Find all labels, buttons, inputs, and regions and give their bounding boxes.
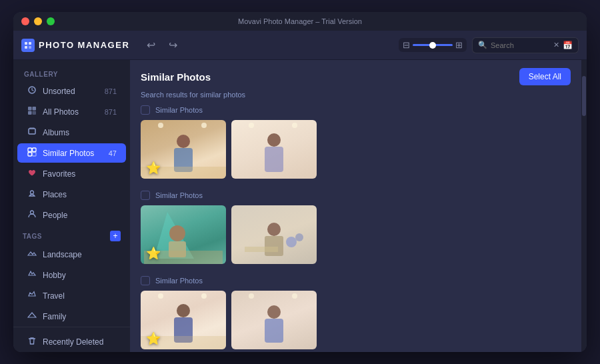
sidebar-item-unsorted[interactable]: Unsorted 871 xyxy=(17,81,126,101)
hobby-label: Hobby xyxy=(43,271,117,280)
all-photos-label: All Photos xyxy=(43,107,99,117)
unsorted-count: 871 xyxy=(105,87,117,95)
svg-rect-2 xyxy=(25,46,27,49)
svg-rect-10 xyxy=(28,148,32,152)
svg-rect-6 xyxy=(33,107,37,111)
maximize-button[interactable] xyxy=(47,17,55,25)
group-2-checkbox[interactable] xyxy=(141,191,150,200)
svg-point-18 xyxy=(201,123,207,128)
redo-button[interactable]: ↪ xyxy=(165,36,181,54)
tags-section-header: Tags + xyxy=(13,225,130,244)
photo-thumb-1[interactable]: ⭐ xyxy=(141,120,226,179)
zoom-out-icon: ⊟ xyxy=(403,40,410,50)
sidebar-item-landscape[interactable]: Landscape xyxy=(17,245,126,264)
svg-rect-11 xyxy=(33,148,37,152)
svg-point-40 xyxy=(249,293,254,299)
group-3-header: Similar Photos xyxy=(141,276,571,285)
tags-section-label: Tags xyxy=(23,233,42,240)
group-1-label: Similar Photos xyxy=(155,106,203,114)
group-1-checkbox[interactable] xyxy=(141,105,150,115)
close-button[interactable] xyxy=(21,17,29,25)
svg-point-14 xyxy=(31,191,34,194)
sidebar-item-favorites[interactable]: Favorites xyxy=(17,164,126,183)
sidebar-item-similar-photos[interactable]: Similar Photos 47 xyxy=(17,143,126,163)
content-scroll[interactable]: Similar Photos xyxy=(130,105,581,352)
calendar-icon[interactable]: 📅 xyxy=(563,41,573,50)
svg-rect-31 xyxy=(265,236,283,256)
svg-point-33 xyxy=(295,233,303,241)
content-title: Similar Photos xyxy=(141,71,211,83)
svg-point-30 xyxy=(267,223,281,236)
svg-point-42 xyxy=(267,305,281,319)
svg-point-41 xyxy=(292,293,297,299)
group-2-header: Similar Photos xyxy=(141,191,571,200)
trash-icon xyxy=(27,336,37,347)
group-2-label: Similar Photos xyxy=(155,191,203,199)
svg-point-36 xyxy=(201,293,207,299)
svg-point-22 xyxy=(249,123,254,128)
sidebar-item-hobby[interactable]: Hobby xyxy=(17,265,126,285)
svg-rect-3 xyxy=(29,46,31,49)
sidebar-item-recently-deleted[interactable]: Recently Deleted xyxy=(17,332,126,351)
svg-rect-7 xyxy=(28,111,32,115)
minimize-button[interactable] xyxy=(34,17,42,25)
sidebar-item-places[interactable]: Places xyxy=(17,185,126,204)
photo-thumb-5[interactable]: ⭐ xyxy=(141,291,226,349)
sidebar-item-people[interactable]: People xyxy=(17,205,126,225)
people-label: People xyxy=(43,211,117,220)
family-label: Family xyxy=(43,312,117,321)
zoom-slider[interactable] xyxy=(413,44,453,46)
svg-rect-8 xyxy=(33,111,37,115)
sidebar-item-family[interactable]: Family xyxy=(17,307,126,326)
group-3-checkbox[interactable] xyxy=(141,276,150,285)
search-clear-icon[interactable]: ✕ xyxy=(553,41,559,49)
scrollbar-thumb[interactable] xyxy=(582,76,586,116)
app-logo: PHOTO MANAGER xyxy=(21,39,129,52)
travel-label: Travel xyxy=(43,291,117,301)
photo-thumb-6[interactable] xyxy=(231,291,317,349)
group-1-photos: ⭐ xyxy=(141,120,571,179)
similar-photos-label: Similar Photos xyxy=(43,149,103,158)
svg-rect-13 xyxy=(33,153,37,157)
search-input[interactable] xyxy=(491,41,550,49)
svg-rect-1 xyxy=(29,42,31,45)
group-3-label: Similar Photos xyxy=(155,277,203,285)
similar-photos-count: 47 xyxy=(109,149,117,157)
svg-point-35 xyxy=(158,293,163,299)
group-3-photos: ⭐ xyxy=(141,291,571,349)
all-photos-count: 871 xyxy=(105,108,117,116)
sidebar-item-albums[interactable]: Albums xyxy=(17,123,126,142)
unsorted-icon xyxy=(27,85,37,97)
svg-point-17 xyxy=(158,123,163,128)
add-tag-button[interactable]: + xyxy=(110,231,121,241)
zoom-in-icon: ⊞ xyxy=(455,40,463,50)
landscape-icon xyxy=(27,249,37,260)
photo-thumb-4[interactable] xyxy=(231,205,317,264)
scrollbar-track[interactable] xyxy=(581,60,587,352)
photo-5-star: ⭐ xyxy=(146,331,161,346)
landscape-label: Landscape xyxy=(43,250,117,259)
undo-button[interactable]: ↩ xyxy=(143,36,159,54)
similar-photos-icon xyxy=(27,147,37,159)
sidebar-item-travel[interactable]: Travel xyxy=(17,286,126,305)
window-controls xyxy=(21,17,55,25)
svg-rect-12 xyxy=(28,153,32,157)
sidebar-item-all-photos[interactable]: All Photos 871 xyxy=(17,102,126,121)
svg-rect-34 xyxy=(245,247,278,252)
albums-label: Albums xyxy=(43,128,111,137)
photo-thumb-2[interactable] xyxy=(231,120,317,179)
app-window: Movavi Photo Manager – Trial Version PHO… xyxy=(13,12,587,352)
unsorted-label: Unsorted xyxy=(43,87,99,96)
group-1-header: Similar Photos xyxy=(141,105,571,115)
content-header: Similar Photos Select All xyxy=(130,60,581,91)
main-layout: Gallery Unsorted 871 All Photos 871 xyxy=(13,60,587,352)
select-all-button[interactable]: Select All xyxy=(519,68,571,85)
content-subtitle: Search results for similar photos xyxy=(130,91,581,105)
photo-group-2: Similar Photos xyxy=(141,191,571,264)
search-box: 🔍 ✕ 📅 xyxy=(472,37,579,53)
family-icon xyxy=(27,311,37,322)
favorites-label: Favorites xyxy=(43,169,117,179)
svg-point-23 xyxy=(292,123,297,128)
photo-thumb-3[interactable]: ⭐ xyxy=(141,205,226,264)
gallery-section-label: Gallery xyxy=(13,67,130,81)
